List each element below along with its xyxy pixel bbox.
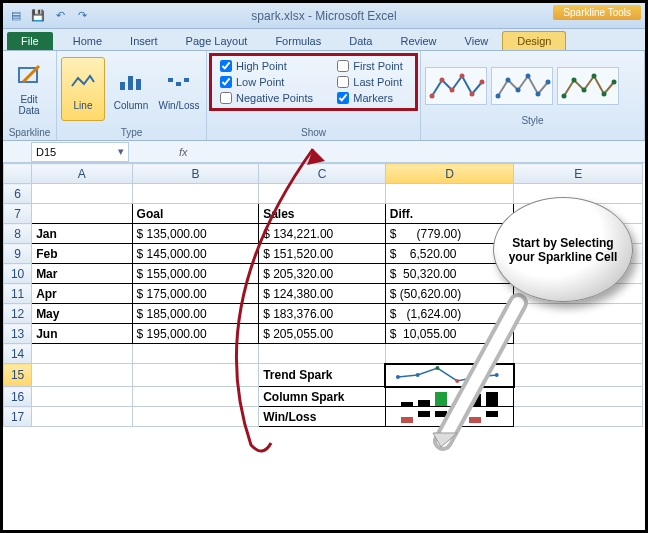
cell-D17[interactable] [385, 407, 514, 427]
cell-C10[interactable]: $ 205,320.00 [259, 264, 386, 284]
cell-A11[interactable]: Apr [32, 284, 132, 304]
cell-B11[interactable]: $ 175,000.00 [132, 284, 259, 304]
col-header-A[interactable]: A [32, 164, 132, 184]
tab-review[interactable]: Review [386, 32, 450, 50]
cell-E10[interactable] [514, 264, 643, 284]
cell-C6[interactable] [259, 184, 386, 204]
cell-C7[interactable]: Sales [259, 204, 386, 224]
tab-file[interactable]: File [7, 32, 53, 50]
cell-E16[interactable] [514, 387, 643, 407]
cell-C11[interactable]: $ 124,380.00 [259, 284, 386, 304]
col-header-C[interactable]: C [259, 164, 386, 184]
chk-high-point[interactable]: High Point [220, 60, 317, 72]
row-header-16[interactable]: 16 [4, 387, 32, 407]
cell-D14[interactable] [385, 344, 514, 364]
cell-E7[interactable] [514, 204, 643, 224]
cell-E6[interactable] [514, 184, 643, 204]
tab-view[interactable]: View [451, 32, 503, 50]
cell-B12[interactable]: $ 185,000.00 [132, 304, 259, 324]
cell-B6[interactable] [132, 184, 259, 204]
cell-A7[interactable] [32, 204, 132, 224]
row-header-8[interactable]: 8 [4, 224, 32, 244]
undo-icon[interactable]: ↶ [51, 7, 69, 25]
style-preset-1[interactable] [425, 67, 487, 105]
fx-icon[interactable]: fx [179, 146, 188, 158]
cell-E11[interactable] [514, 284, 643, 304]
row-header-15[interactable]: 15 [4, 364, 32, 387]
low-point-checkbox[interactable] [220, 76, 232, 88]
first-point-checkbox[interactable] [337, 60, 349, 72]
cell-A14[interactable] [32, 344, 132, 364]
type-column-button[interactable]: Column [109, 57, 153, 121]
cell-D7[interactable]: Diff. [385, 204, 514, 224]
cell-B7[interactable]: Goal [132, 204, 259, 224]
cell-E8[interactable] [514, 224, 643, 244]
cell-C9[interactable]: $ 151,520.00 [259, 244, 386, 264]
cell-E13[interactable] [514, 324, 643, 344]
cell-A10[interactable]: Mar [32, 264, 132, 284]
row-header-6[interactable]: 6 [4, 184, 32, 204]
tab-formulas[interactable]: Formulas [261, 32, 335, 50]
cell-C14[interactable] [259, 344, 386, 364]
cell-B17[interactable] [132, 407, 259, 427]
redo-icon[interactable]: ↷ [73, 7, 91, 25]
row-header-17[interactable]: 17 [4, 407, 32, 427]
cell-E15[interactable] [514, 364, 643, 387]
row-header-11[interactable]: 11 [4, 284, 32, 304]
tab-design[interactable]: Design [502, 31, 566, 50]
cell-B16[interactable] [132, 387, 259, 407]
negative-points-checkbox[interactable] [220, 92, 232, 104]
last-point-checkbox[interactable] [337, 76, 349, 88]
chk-low-point[interactable]: Low Point [220, 76, 317, 88]
cell-E14[interactable] [514, 344, 643, 364]
style-preset-2[interactable] [491, 67, 553, 105]
cell-D10[interactable]: $ 50,320.00 [385, 264, 514, 284]
cell-D11[interactable]: $ (50,620.00) [385, 284, 514, 304]
cell-B14[interactable] [132, 344, 259, 364]
cell-D13[interactable]: $ 10,055.00 [385, 324, 514, 344]
cell-A13[interactable]: Jun [32, 324, 132, 344]
high-point-checkbox[interactable] [220, 60, 232, 72]
cell-A15[interactable] [32, 364, 132, 387]
name-box-dropdown-icon[interactable]: ▾ [118, 145, 124, 158]
cell-D8[interactable]: $ (779.00) [385, 224, 514, 244]
row-header-13[interactable]: 13 [4, 324, 32, 344]
cell-A16[interactable] [32, 387, 132, 407]
cell-A8[interactable]: Jan [32, 224, 132, 244]
tab-data[interactable]: Data [335, 32, 386, 50]
cell-C16[interactable]: Column Spark [259, 387, 386, 407]
cell-A12[interactable]: May [32, 304, 132, 324]
chk-last-point[interactable]: Last Point [337, 76, 407, 88]
cell-D9[interactable]: $ 6,520.00 [385, 244, 514, 264]
cell-C8[interactable]: $ 134,221.00 [259, 224, 386, 244]
row-header-7[interactable]: 7 [4, 204, 32, 224]
markers-checkbox[interactable] [337, 92, 349, 104]
cell-B10[interactable]: $ 155,000.00 [132, 264, 259, 284]
cell-A17[interactable] [32, 407, 132, 427]
cell-B9[interactable]: $ 145,000.00 [132, 244, 259, 264]
tab-page-layout[interactable]: Page Layout [172, 32, 262, 50]
cell-D12[interactable]: $ (1,624.00) [385, 304, 514, 324]
type-winloss-button[interactable]: Win/Loss [157, 57, 201, 121]
cell-D16[interactable] [385, 387, 514, 407]
col-header-D[interactable]: D [385, 164, 514, 184]
tab-home[interactable]: Home [59, 32, 116, 50]
spreadsheet-table[interactable]: ABCDE67GoalSalesDiff.8Jan$ 135,000.00$ 1… [3, 163, 643, 427]
cell-D15[interactable] [385, 364, 514, 387]
cell-C15[interactable]: Trend Spark [259, 364, 386, 387]
name-box[interactable]: D15 ▾ [31, 142, 129, 162]
cell-B8[interactable]: $ 135,000.00 [132, 224, 259, 244]
row-header-10[interactable]: 10 [4, 264, 32, 284]
cell-A9[interactable]: Feb [32, 244, 132, 264]
save-icon[interactable]: 💾 [29, 7, 47, 25]
cell-A6[interactable] [32, 184, 132, 204]
cell-C17[interactable]: Win/Loss [259, 407, 386, 427]
chk-markers[interactable]: Markers [337, 92, 407, 104]
cell-C12[interactable]: $ 183,376.00 [259, 304, 386, 324]
row-header-14[interactable]: 14 [4, 344, 32, 364]
type-line-button[interactable]: Line [61, 57, 105, 121]
cell-D6[interactable] [385, 184, 514, 204]
cell-E17[interactable] [514, 407, 643, 427]
chk-first-point[interactable]: First Point [337, 60, 407, 72]
col-header-B[interactable]: B [132, 164, 259, 184]
